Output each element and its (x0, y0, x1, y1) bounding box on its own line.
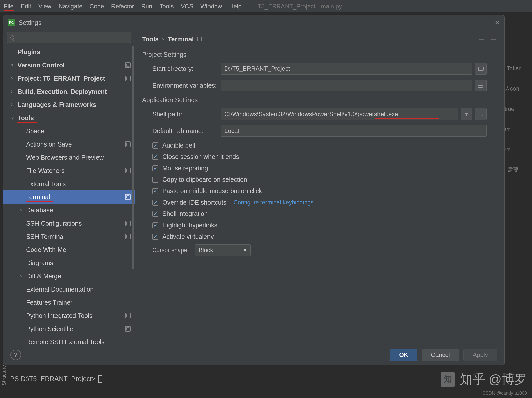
dialog-titlebar: PC Settings ✕ (3, 15, 504, 30)
env-vars-label: Environment variables: (152, 82, 221, 89)
env-list-button[interactable] (475, 80, 487, 91)
apply-button[interactable]: Apply (463, 349, 497, 361)
sidebar-item-external-documentation[interactable]: External Documentation (3, 283, 135, 296)
shell-path-input[interactable]: C:\Windows\System32\WindowsPowerShell\v1… (221, 108, 458, 120)
zhihu-icon: 知 (441, 372, 455, 387)
sidebar-item-ssh-terminal[interactable]: SSH Terminal (3, 230, 135, 243)
sidebar-item-actions-on-save[interactable]: Actions on Save (3, 138, 135, 151)
sidebar-item-terminal[interactable]: Terminal (3, 190, 135, 204)
menu-refactor[interactable]: Refactor (111, 3, 134, 10)
folder-icon (478, 67, 484, 71)
settings-dialog: PC Settings ✕ Plugins>Version Control>Pr… (3, 15, 505, 365)
checkbox-row: Mouse reporting (142, 165, 497, 172)
sidebar-item-plugins[interactable]: Plugins (3, 45, 135, 59)
menu-help[interactable]: Help (229, 3, 241, 10)
menu-vcs[interactable]: VCS (181, 3, 193, 10)
cancel-button[interactable]: Cancel (422, 349, 459, 361)
sidebar-item-space[interactable]: Space (3, 124, 135, 138)
sidebar-item-tools[interactable]: ∨Tools (3, 111, 135, 124)
checkbox-row: Close session when it ends (142, 153, 497, 160)
menu-edit[interactable]: Edit (21, 3, 31, 10)
help-button[interactable]: ? (10, 350, 21, 360)
list-icon (478, 83, 483, 88)
sidebar-item-diff-merge[interactable]: >Diff & Merge (3, 269, 135, 283)
menu-code[interactable]: Code (89, 3, 104, 10)
search-input[interactable] (7, 32, 131, 43)
sidebar-item-python-scientific[interactable]: Python Scientific (3, 322, 135, 335)
ok-button[interactable]: OK (390, 349, 417, 361)
settings-scope-icon (197, 37, 202, 41)
sidebar-item-build-execution-deployment[interactable]: >Build, Execution, Deployment (3, 85, 135, 98)
sidebar-item-remote-ssh-external-tools[interactable]: Remote SSH External Tools (3, 335, 135, 345)
sidebar-item-code-with-me[interactable]: Code With Me (3, 243, 135, 256)
csdn-watermark: CSDN @candylu1009 (482, 391, 527, 396)
menu-window[interactable]: Window (200, 3, 222, 10)
sidebar-item-file-watchers[interactable]: File Watchers (3, 164, 135, 177)
checkbox-row: Override IDE shortcutsConfigure terminal… (142, 199, 497, 206)
checkbox-row: Shell integration (142, 210, 497, 218)
settings-tree: Plugins>Version Control>Project: T5_ERRA… (3, 45, 135, 345)
shell-browse-button[interactable]: … (475, 108, 487, 120)
app-settings-heading: Application Settings (142, 96, 198, 104)
menu-view[interactable]: View (38, 3, 51, 10)
checkbox[interactable] (152, 165, 158, 171)
checkbox[interactable] (152, 200, 158, 206)
scrollbar[interactable] (132, 46, 134, 344)
checkbox-row: Activate virtualenv (142, 233, 497, 240)
gear-icon (125, 234, 131, 239)
checkbox[interactable] (152, 211, 158, 217)
cursor-icon (98, 375, 102, 383)
gear-icon (125, 326, 131, 332)
gear-icon (125, 62, 131, 68)
back-icon[interactable]: ← (478, 35, 485, 43)
checkbox[interactable] (152, 177, 158, 183)
sidebar-item-external-tools[interactable]: External Tools (3, 177, 135, 190)
sidebar-item-web-browsers-and-preview[interactable]: Web Browsers and Preview (3, 151, 135, 164)
checkbox-row: Paste on middle mouse button click (142, 187, 497, 195)
checkbox-row: Highlight hyperlinks (142, 222, 497, 229)
svg-rect-0 (441, 372, 455, 387)
menu-tools[interactable]: Tools (160, 3, 174, 10)
sidebar-item-version-control[interactable]: >Version Control (3, 59, 135, 72)
sidebar-item-python-integrated-tools[interactable]: Python Integrated Tools (3, 309, 135, 322)
menu-navigate[interactable]: Navigate (59, 3, 83, 10)
checkbox[interactable] (152, 188, 158, 194)
checkbox[interactable] (152, 222, 158, 228)
pycharm-icon: PC (8, 19, 15, 26)
start-dir-label: Start directory: (152, 65, 221, 73)
structure-tab[interactable]: Structure (0, 362, 8, 388)
sidebar-item-diagrams[interactable]: Diagrams (3, 256, 135, 269)
gear-icon (125, 313, 131, 318)
configure-keybindings-link[interactable]: Configure terminal keybindings (234, 199, 314, 206)
checkbox[interactable] (152, 234, 158, 240)
menu-run[interactable]: Run (141, 3, 153, 10)
window-title: T5_ERRANT_Project - main.py (258, 3, 342, 10)
start-dir-input[interactable]: D:\T5_ERRANT_Project (221, 63, 472, 75)
project-settings-heading: Project Settings (142, 51, 186, 58)
dialog-title: Settings (18, 19, 41, 26)
checkbox-row: Copy to clipboard on selection (142, 176, 497, 183)
gear-icon (125, 141, 131, 147)
shell-dropdown-button[interactable]: ▾ (461, 108, 472, 120)
sidebar-item-features-trainer[interactable]: Features Trainer (3, 296, 135, 309)
env-vars-input[interactable] (221, 80, 472, 91)
close-icon[interactable]: ✕ (494, 19, 500, 27)
svg-text:知: 知 (444, 374, 452, 384)
sidebar-item-project-t5-errant-project[interactable]: >Project: T5_ERRANT_Project (3, 72, 135, 85)
checkbox[interactable] (152, 154, 158, 160)
sidebar-item-ssh-configurations[interactable]: SSH Configurations (3, 217, 135, 230)
default-tab-input[interactable]: Local (221, 125, 487, 137)
terminal-prompt: PS D:\T5_ERRANT_Project> (10, 375, 102, 383)
gear-icon (125, 194, 131, 200)
sidebar-item-languages-frameworks[interactable]: >Languages & Frameworks (3, 98, 135, 111)
cursor-shape-select[interactable]: Block▾ (195, 244, 251, 256)
gear-icon (125, 76, 131, 81)
sidebar-item-database[interactable]: >Database (3, 204, 135, 217)
forward-icon[interactable]: → (490, 35, 497, 43)
shell-path-label: Shell path: (152, 111, 221, 118)
breadcrumb: Tools › Terminal ← → (142, 35, 497, 43)
gear-icon (125, 168, 131, 173)
checkbox[interactable] (152, 142, 158, 149)
browse-folder-button[interactable] (475, 63, 487, 75)
menu-file[interactable]: File (4, 3, 14, 10)
